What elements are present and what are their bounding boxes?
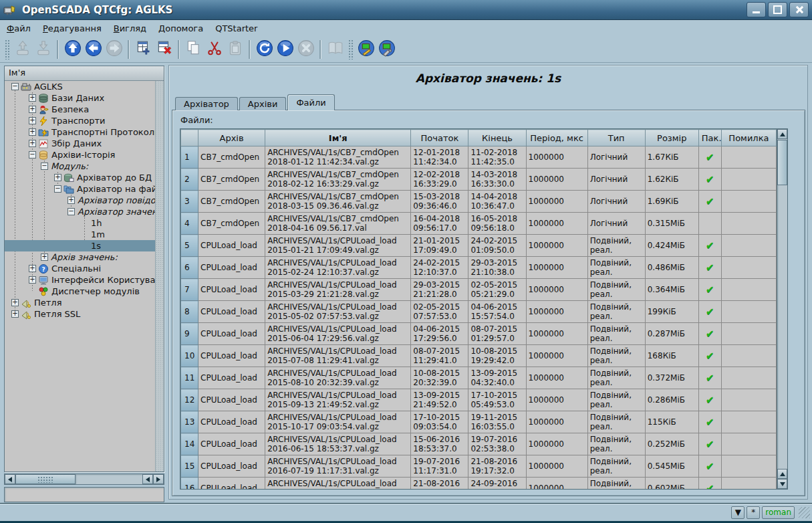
tree-item[interactable]: +Петля SSL bbox=[5, 308, 155, 320]
up-button[interactable] bbox=[62, 39, 83, 60]
table-row[interactable]: 10CPULoad_loadARCHIVES/VAL/1s/CPULoad_lo… bbox=[181, 345, 777, 367]
qtui-starter-button[interactable] bbox=[376, 39, 397, 60]
size-cell[interactable]: 0.372МіБ bbox=[645, 367, 698, 389]
end-cell[interactable]: 11-02-2018 11:42:35.0 bbox=[468, 146, 526, 169]
size-cell[interactable]: 0.252МіБ bbox=[645, 433, 698, 455]
resize-grip[interactable] bbox=[799, 507, 810, 518]
column-header[interactable]: Розмір bbox=[645, 130, 698, 146]
tree-item[interactable]: +Інтерфейси Користувач bbox=[5, 274, 155, 286]
type-cell[interactable]: Подвіний, реал. bbox=[587, 323, 645, 345]
size-cell[interactable]: 0.486МіБ bbox=[645, 257, 698, 279]
expand-plus-icon[interactable]: + bbox=[29, 276, 36, 284]
packed-cell[interactable]: ✔ bbox=[698, 345, 721, 367]
begin-cell[interactable]: 12-02-2018 16:33:29.0 bbox=[411, 169, 468, 191]
type-cell[interactable]: Подвіний, реал. bbox=[587, 411, 645, 433]
tree-item[interactable]: 1s bbox=[5, 240, 155, 251]
tree-item[interactable]: +Архіватор до БД bbox=[5, 172, 155, 183]
file-name-cell[interactable]: ARCHIVES/VAL/1s/CPULoad_load 2015-01-21 … bbox=[265, 235, 411, 257]
row-number-cell[interactable]: 6 bbox=[181, 257, 198, 279]
period-cell[interactable]: 1000000 bbox=[526, 478, 587, 490]
menu-item[interactable]: QTStarter bbox=[214, 21, 264, 35]
tab-Архіви[interactable]: Архіви bbox=[239, 97, 287, 110]
cut-item-button[interactable] bbox=[204, 39, 225, 60]
packed-cell[interactable]: ✔ bbox=[698, 323, 721, 345]
begin-cell[interactable]: 10-08-2015 20:32:39.0 bbox=[411, 367, 468, 389]
size-cell[interactable]: 1.69КіБ bbox=[645, 191, 698, 213]
error-cell[interactable] bbox=[721, 389, 776, 411]
archive-cell[interactable]: CPULoad_load bbox=[198, 279, 265, 301]
type-cell[interactable]: Логічний bbox=[587, 169, 645, 191]
file-name-cell[interactable]: ARCHIVES/VAL/1s/CPULoad_load 2016-08-21 … bbox=[265, 478, 411, 490]
table-row[interactable]: 6CPULoad_loadARCHIVES/VAL/1s/CPULoad_loa… bbox=[181, 257, 777, 279]
file-name-cell[interactable]: ARCHIVES/VAL/1s/CB7_cmdOpen 2018-01-12 1… bbox=[265, 146, 411, 169]
table-row[interactable]: 4CB7_cmdOpenARCHIVES/VAL/1s/CB7_cmdOpen … bbox=[181, 213, 777, 235]
type-cell[interactable]: Логічний bbox=[587, 213, 645, 235]
tree-item[interactable]: +Бази Даних bbox=[5, 92, 155, 104]
packed-cell[interactable]: ✔ bbox=[698, 478, 721, 490]
paste-item-button[interactable] bbox=[225, 39, 245, 60]
period-cell[interactable]: 1000000 bbox=[526, 213, 587, 235]
error-cell[interactable] bbox=[721, 191, 776, 213]
period-cell[interactable]: 1000000 bbox=[526, 367, 587, 389]
size-cell[interactable]: 168КіБ bbox=[645, 345, 698, 367]
table-row[interactable]: 12CPULoad_loadARCHIVES/VAL/1s/CPULoad_lo… bbox=[181, 389, 777, 411]
archive-cell[interactable]: CPULoad_load bbox=[198, 301, 265, 323]
scroll-up-button[interactable] bbox=[777, 129, 787, 139]
table-vertical-scrollbar[interactable] bbox=[777, 129, 787, 489]
file-name-cell[interactable]: ARCHIVES/VAL/1s/CPULoad_load 2015-08-10 … bbox=[265, 367, 411, 389]
row-number-cell[interactable]: 1 bbox=[181, 146, 198, 169]
column-header[interactable]: Кінець bbox=[468, 130, 526, 146]
delete-item-button[interactable] bbox=[154, 39, 174, 60]
tree-item[interactable]: +Безпека bbox=[5, 104, 155, 115]
period-cell[interactable]: 1000000 bbox=[526, 169, 587, 191]
tree-vertical-scrollbar[interactable] bbox=[155, 81, 164, 472]
size-cell[interactable]: 0.286МіБ bbox=[645, 389, 698, 411]
packed-cell[interactable]: ✔ bbox=[698, 169, 721, 191]
file-name-cell[interactable]: ARCHIVES/VAL/1s/CPULoad_load 2015-06-04 … bbox=[265, 323, 411, 345]
period-cell[interactable]: 1000000 bbox=[526, 235, 587, 257]
tree-item[interactable]: +Збір Даних bbox=[5, 138, 155, 149]
table-row[interactable]: 9CPULoad_loadARCHIVES/VAL/1s/CPULoad_loa… bbox=[181, 323, 777, 345]
error-cell[interactable] bbox=[721, 478, 776, 490]
file-name-cell[interactable]: ARCHIVES/VAL/1s/CB7_cmdOpen 2018-04-16 0… bbox=[265, 213, 411, 235]
archive-cell[interactable]: CB7_cmdOpen bbox=[198, 169, 265, 191]
error-cell[interactable] bbox=[721, 235, 776, 257]
tree-item[interactable]: +Архіватор повідом bbox=[5, 195, 155, 206]
error-cell[interactable] bbox=[721, 323, 776, 345]
period-cell[interactable]: 1000000 bbox=[526, 146, 587, 169]
archive-cell[interactable]: CPULoad_load bbox=[198, 411, 265, 433]
tree-item[interactable]: −Архіви-Історія bbox=[5, 149, 155, 161]
error-cell[interactable] bbox=[721, 213, 776, 235]
begin-cell[interactable]: 21-01-2015 17:09:49.0 bbox=[411, 235, 468, 257]
collapse-minus-icon[interactable]: − bbox=[11, 83, 19, 90]
archive-cell[interactable]: CPULoad_load bbox=[198, 367, 265, 389]
toolbar-handle[interactable] bbox=[348, 39, 353, 60]
menu-item[interactable]: Допомога bbox=[157, 21, 210, 35]
toolbar-handle[interactable] bbox=[5, 39, 9, 60]
expand-plus-icon[interactable]: + bbox=[29, 128, 36, 136]
row-number-cell[interactable]: 4 bbox=[181, 213, 198, 235]
row-number-cell[interactable]: 13 bbox=[181, 411, 198, 433]
start-update-button[interactable] bbox=[275, 39, 295, 60]
tree-item[interactable]: −Архіватор значен. bbox=[5, 206, 155, 217]
maximize-button[interactable] bbox=[768, 2, 787, 17]
period-cell[interactable]: 1000000 bbox=[526, 345, 587, 367]
row-number-cell[interactable]: 8 bbox=[181, 301, 198, 323]
file-name-cell[interactable]: ARCHIVES/VAL/1s/CB7_cmdOpen 2018-03-15 0… bbox=[265, 191, 411, 213]
packed-cell[interactable]: ✔ bbox=[698, 279, 721, 301]
refresh-button[interactable] bbox=[254, 39, 275, 60]
table-row[interactable]: 13CPULoad_loadARCHIVES/VAL/1s/CPULoad_lo… bbox=[181, 411, 777, 433]
expand-plus-icon[interactable]: + bbox=[11, 299, 19, 306]
row-number-cell[interactable]: 9 bbox=[181, 323, 198, 345]
archive-cell[interactable]: CB7_cmdOpen bbox=[198, 191, 265, 213]
end-cell[interactable]: 24-02-2015 01:09:50.0 bbox=[468, 235, 526, 257]
packed-cell[interactable] bbox=[698, 213, 721, 235]
size-cell[interactable]: 0.424МіБ bbox=[645, 235, 698, 257]
archive-cell[interactable]: CB7_cmdOpen bbox=[198, 213, 265, 235]
end-cell[interactable]: 14-03-2018 16:33:30.0 bbox=[468, 169, 526, 191]
archive-cell[interactable]: CPULoad_load bbox=[198, 455, 265, 478]
column-header[interactable]: Помилка bbox=[721, 130, 776, 146]
packed-cell[interactable]: ✔ bbox=[698, 367, 721, 389]
scroll-left-button[interactable] bbox=[5, 474, 15, 484]
row-number-cell[interactable]: 14 bbox=[181, 433, 198, 455]
